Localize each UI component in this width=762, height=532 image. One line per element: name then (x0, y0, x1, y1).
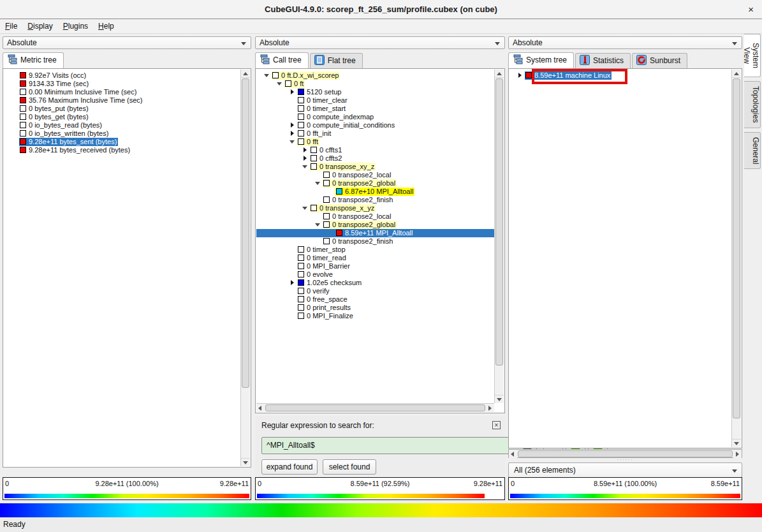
tree-row-compute-indexmap[interactable]: 0 compute_indexmap (256, 113, 494, 121)
expander-closed-icon[interactable] (288, 121, 297, 129)
scroll-thumb[interactable] (242, 78, 249, 388)
tree-row-mpi-alltoall[interactable]: 8.59e+11 MPI_Alltoall (256, 229, 494, 237)
tree-row-verify[interactable]: 0 verify (256, 287, 494, 295)
tree-row-machine-linux[interactable]: 8.59e+11 machine Linux (509, 71, 731, 80)
expander-open-icon[interactable] (314, 221, 323, 229)
scroll-down-icon[interactable] (732, 439, 741, 447)
system-hscrollbar[interactable] (508, 449, 742, 458)
system-filter-select[interactable]: All (256 elements) (508, 462, 742, 478)
tree-row-transpose2-finish[interactable]: 0 transpose2_finish (256, 237, 494, 246)
menu-help[interactable]: Help (93, 20, 119, 31)
tree-row-mpi-barrier[interactable]: 0 MPI_Barrier (256, 262, 494, 270)
tree-row-setup[interactable]: 5120 setup (256, 88, 494, 96)
tab-metric-tree[interactable]: Metric tree (3, 52, 64, 68)
tab-statistics[interactable]: Statistics (575, 53, 631, 68)
scroll-thumb[interactable] (265, 404, 485, 411)
tree-row-timer-clear[interactable]: 0 timer_clear (256, 96, 494, 105)
expand-found-button[interactable]: expand found (261, 459, 318, 475)
scroll-thumb[interactable] (495, 78, 503, 366)
tree-row-bytes-put-bytes-[interactable]: 0 bytes_put (bytes) (4, 105, 240, 113)
tree-row-transpose-xy-z[interactable]: 0 transpose_xy_z (256, 163, 494, 171)
tree-row-minimum-inclusive-time-sec-[interactable]: 0.00 Minimum Inclusive Time (sec) (4, 88, 240, 96)
tree-row-transpose2-local[interactable]: 0 transpose2_local (256, 212, 494, 221)
tree-row-free-space[interactable]: 0 free_space (256, 295, 494, 304)
menu-plugins[interactable]: Plugins (58, 20, 93, 31)
tab-flat-tree[interactable]: Flat tree (310, 53, 363, 68)
tree-row-transpose2-local[interactable]: 0 transpose2_local (256, 171, 494, 179)
tree-row-transpose2-finish[interactable]: 0 transpose2_finish (256, 196, 494, 204)
scroll-down-icon[interactable] (241, 458, 250, 466)
scroll-down-icon[interactable] (495, 395, 504, 403)
select-found-button[interactable]: select found (323, 459, 376, 475)
scroll-up-icon[interactable] (241, 70, 250, 78)
search-close-icon[interactable]: × (492, 421, 501, 429)
expander-closed-icon[interactable] (288, 279, 297, 287)
scroll-up-icon[interactable] (495, 70, 504, 78)
expander-open-icon[interactable] (314, 179, 323, 188)
splitter-handle[interactable]: ······ (508, 458, 742, 462)
call-vscrollbar[interactable] (494, 70, 504, 403)
tree-row-checksum[interactable]: 1.02e5 checksum (256, 279, 494, 287)
expander-closed-icon[interactable] (516, 71, 525, 80)
tab-label: Metric tree (20, 55, 57, 64)
metric-value-mode-select[interactable]: Absolute (3, 36, 251, 49)
scroll-up-icon[interactable] (732, 70, 741, 78)
tree-row-timer-stop[interactable]: 0 timer_stop (256, 246, 494, 254)
tab-system-tree[interactable]: System tree (508, 52, 574, 68)
tree-row-timer-read[interactable]: 0 timer_read (256, 254, 494, 262)
menu-file[interactable]: File (0, 20, 22, 31)
expander-open-icon[interactable] (301, 204, 310, 212)
tree-row-fft[interactable]: 0 fft (256, 138, 494, 146)
call-value-mode-select[interactable]: Absolute (255, 36, 505, 49)
tree-row-mpi-alltoall[interactable]: 6.87e+10 MPI_Alltoall (256, 188, 494, 196)
scroll-right-icon[interactable] (733, 450, 742, 458)
scroll-left-icon[interactable] (256, 404, 265, 412)
side-tab-system-view[interactable]: System View (744, 34, 761, 77)
tree-row-ft[interactable]: 0 ft (256, 80, 494, 88)
tab-sunburst[interactable]: Sunburst (632, 53, 687, 68)
expander-open-icon[interactable] (301, 163, 310, 171)
search-input[interactable]: ^MPI_Alltoall$ × (261, 437, 537, 454)
tree-row-print-results[interactable]: 0 print_results (256, 304, 494, 312)
tree-row-bytes-get-bytes-[interactable]: 0 bytes_get (bytes) (4, 113, 240, 121)
tree-row-cffts1[interactable]: 0 cffts1 (256, 146, 494, 154)
menu-display[interactable]: Display (22, 20, 57, 31)
expander-open-icon[interactable] (275, 80, 284, 88)
tree-row-transpose2-global[interactable]: 0 transpose2_global (256, 221, 494, 229)
tree-row-transpose2-global[interactable]: 0 transpose2_global (256, 179, 494, 188)
tab-call-tree[interactable]: Call tree (255, 52, 309, 68)
scroll-right-icon[interactable] (486, 404, 494, 412)
tree-row-io-bytes-read-bytes-[interactable]: 0 io_bytes_read (bytes) (4, 121, 240, 129)
tree-row-cffts2[interactable]: 0 cffts2 (256, 154, 494, 163)
side-tab-topologies[interactable]: Topologies (744, 81, 761, 128)
scroll-thumb[interactable] (733, 78, 740, 418)
tree-row-visits-occ-[interactable]: 9.92e7 Visits (occ) (4, 71, 240, 80)
expander-closed-icon[interactable] (301, 146, 310, 154)
expander-closed-icon[interactable] (301, 154, 310, 163)
scroll-thumb[interactable] (518, 450, 733, 457)
expander-open-icon[interactable] (263, 71, 272, 80)
system-value-mode-select[interactable]: Absolute (508, 36, 742, 49)
tree-row-label: 0 verify (307, 287, 329, 295)
tree-row-maximum-inclusive-time-sec-[interactable]: 35.76 Maximum Inclusive Time (sec) (4, 96, 240, 105)
tree-row-time-sec-[interactable]: 9134.33 Time (sec) (4, 80, 240, 88)
tree-row-io-bytes-written-bytes-[interactable]: 0 io_bytes_written (bytes) (4, 129, 240, 138)
tree-row-mpi-finalize[interactable]: 0 MPI_Finalize (256, 312, 494, 320)
system-vscrollbar[interactable] (731, 70, 741, 447)
expander-closed-icon[interactable] (288, 129, 297, 138)
scroll-left-icon[interactable] (509, 450, 517, 458)
tree-row-compute-initial-conditions[interactable]: 0 compute_initial_conditions (256, 121, 494, 129)
metric-vscrollbar[interactable] (240, 70, 250, 466)
expander-closed-icon[interactable] (288, 88, 297, 96)
tree-row-ft-d-x-wi-scorep[interactable]: 0 ft.D.x_wi_scorep (256, 71, 494, 80)
call-hscrollbar[interactable] (256, 403, 494, 412)
tree-row-evolve[interactable]: 0 evolve (256, 270, 494, 279)
side-tab-general[interactable]: General (744, 132, 761, 169)
tree-row-bytes-sent-bytes-[interactable]: 9.28e+11 bytes_sent (bytes) (4, 138, 240, 146)
close-icon[interactable]: × (748, 0, 754, 19)
expander-open-icon[interactable] (288, 138, 297, 146)
tree-row-fft-init[interactable]: 0 fft_init (256, 129, 494, 138)
tree-row-bytes-received-bytes-[interactable]: 9.28e+11 bytes_received (bytes) (4, 146, 240, 154)
tree-row-timer-start[interactable]: 0 timer_start (256, 105, 494, 113)
tree-row-transpose-x-yz[interactable]: 0 transpose_x_yz (256, 204, 494, 212)
